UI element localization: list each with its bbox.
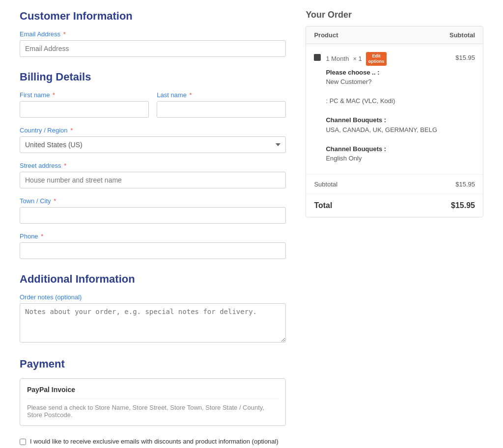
order-item: 1 Month × 1 Editoptions Please choose ..… [306,44,483,175]
first-name-label: First name * [20,91,149,99]
order-subtotal-row: Subtotal $15.95 [306,175,483,194]
phone-input[interactable] [20,242,286,259]
last-name-group: Last name * [157,91,286,118]
payment-title: Payment [20,358,286,370]
order-subtotal-label: Subtotal [314,181,337,188]
email-input[interactable] [20,40,286,57]
order-header: Product Subtotal [306,26,483,44]
street-label: Street address * [20,162,286,169]
customer-info-section: Customer Information Email Address * [20,10,286,57]
street-input[interactable] [20,172,286,188]
email-optin-checkbox[interactable] [20,439,26,445]
payment-option-label: PayPal Invoice [27,386,279,394]
item-bouquets-label: Channel Bouquets : [326,116,386,124]
order-summary-section: Your Order Product Subtotal 1 Month × 1 … [306,10,483,448]
item-description: Please choose .. : New Customer? : PC & … [326,68,437,163]
item-platform-label: : [326,97,328,105]
phone-group: Phone * [20,233,286,259]
country-select[interactable]: United States (US) [20,136,286,153]
item-choose-label: Please choose .. : [326,69,379,76]
order-notes-input[interactable] [20,303,286,343]
order-total-value: $15.95 [451,201,475,210]
notes-label: Order notes (optional) [20,293,286,301]
customer-info-title: Customer Information [20,10,286,23]
city-input[interactable] [20,207,286,224]
last-name-input[interactable] [157,101,286,118]
notes-group: Order notes (optional) [20,293,286,344]
order-header-product: Product [314,31,338,39]
item-new-customer: New Customer? [326,78,371,85]
email-label: Email Address * [20,30,286,38]
email-optin-row: I would like to receive exclusive emails… [20,438,286,445]
first-name-input[interactable] [20,101,149,118]
country-label: Country / Region * [20,127,286,134]
last-name-label: Last name * [157,91,286,99]
street-group: Street address * [20,162,286,188]
additional-info-title: Additional Information [20,273,286,286]
billing-details-section: Billing Details First name * Last name * [20,71,286,259]
edit-options-button[interactable]: Editoptions [366,52,387,66]
order-box: Product Subtotal 1 Month × 1 Editoptions… [306,26,483,217]
order-header-subtotal: Subtotal [449,31,475,39]
order-item-duration: 1 Month [326,55,349,62]
payment-description: Please send a check to Store Name, Store… [27,398,279,419]
payment-box: PayPal Invoice Please send a check to St… [20,378,286,426]
billing-title: Billing Details [20,71,286,83]
item-bouquets-regions: USA, CANADA, UK, GERMANY, BELG [326,126,437,133]
first-name-group: First name * [20,91,149,118]
city-label: Town / City * [20,197,286,205]
order-subtotal-value: $15.95 [455,181,475,188]
product-thumbnail [314,54,321,61]
additional-info-section: Additional Information Order notes (opti… [20,273,286,344]
order-total-label: Total [314,201,332,210]
item-bouquets-language-value: English Only [326,155,362,162]
item-platform-value: PC & MAC (VLC, Kodi) [330,97,395,105]
order-item-meta: 1 Month × 1 Editoptions Please choose ..… [326,52,450,163]
name-row: First name * Last name * [20,91,286,127]
city-group: Town / City * [20,197,286,224]
payment-section: Payment PayPal Invoice Please send a che… [20,358,286,426]
order-total-row: Total $15.95 [306,194,483,217]
email-optin-label: I would like to receive exclusive emails… [30,438,279,445]
phone-label: Phone * [20,233,286,240]
country-group: Country / Region * United States (US) [20,127,286,153]
order-item-qty: × 1 [353,55,362,62]
order-item-price: $15.95 [455,52,475,61]
your-order-title: Your Order [306,10,483,20]
email-field-group: Email Address * [20,30,286,57]
item-bouquets-language-label: Channel Bouquets : [326,145,386,153]
